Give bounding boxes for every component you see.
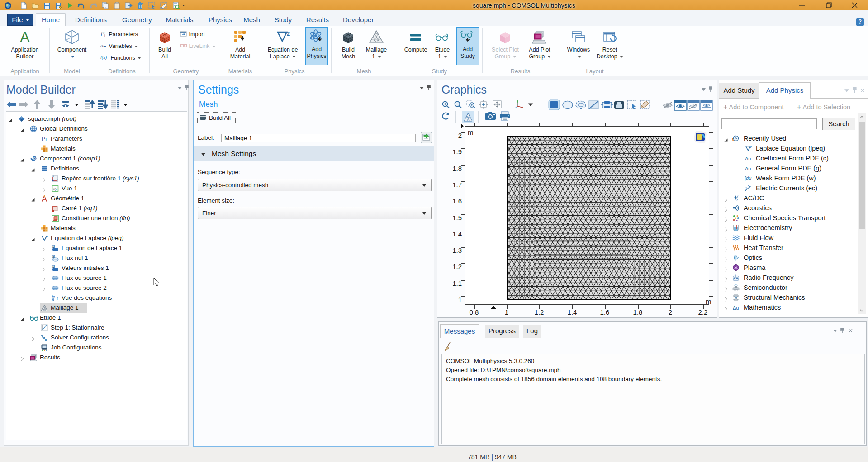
svg-text:D: D (53, 265, 55, 268)
svg-text:Ω: Ω (33, 157, 35, 160)
svg-text:2: 2 (287, 30, 290, 37)
svg-text:i: i (104, 33, 105, 37)
svg-text:Δu: Δu (733, 305, 739, 311)
svg-text:∂t: ∂t (52, 298, 54, 301)
svg-text:A: A (20, 29, 30, 45)
svg-text:2: 2 (750, 146, 752, 149)
svg-text:2: 2 (46, 236, 48, 239)
svg-text:P: P (101, 31, 104, 37)
svg-text:i: i (46, 138, 47, 142)
svg-text:Δu: Δu (745, 166, 751, 171)
svg-text:∫du: ∫du (745, 175, 751, 181)
svg-text:Δu: Δu (745, 156, 751, 161)
svg-text:D: D (53, 245, 55, 248)
svg-text:∂u: ∂u (52, 295, 55, 298)
svg-text:=f: =f (55, 297, 58, 300)
svg-text:a=: a= (100, 43, 106, 48)
svg-text:f(x): f(x) (100, 55, 107, 60)
svg-text:P: P (42, 136, 45, 142)
svg-text:xy: xy (53, 187, 57, 191)
